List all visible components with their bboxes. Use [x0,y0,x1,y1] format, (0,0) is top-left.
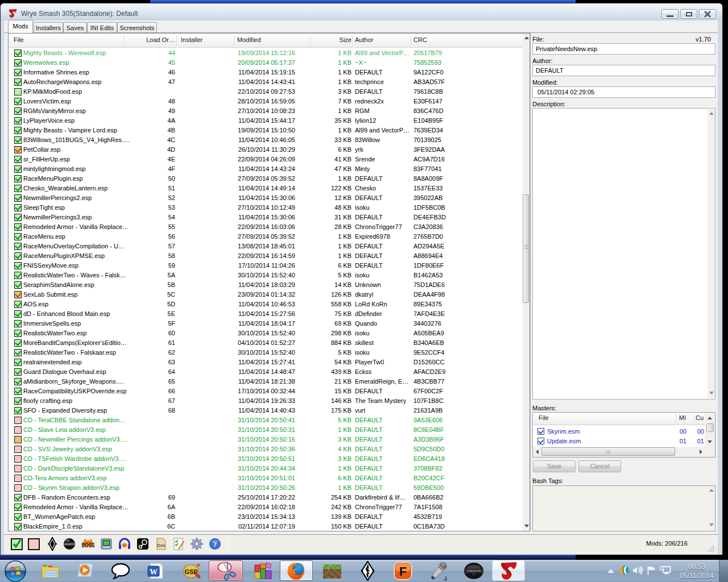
svg-text:?: ? [213,540,217,548]
svg-text:BOSS: BOSS [82,542,95,548]
svg-text:CREATION: CREATION [63,543,75,546]
svg-text:Doc: Doc [157,543,166,548]
svg-text:CREATION: CREATION [466,569,481,572]
svg-text:F: F [399,564,407,579]
svg-text:W: W [150,568,158,576]
svg-text:KIT: KIT [473,573,475,576]
